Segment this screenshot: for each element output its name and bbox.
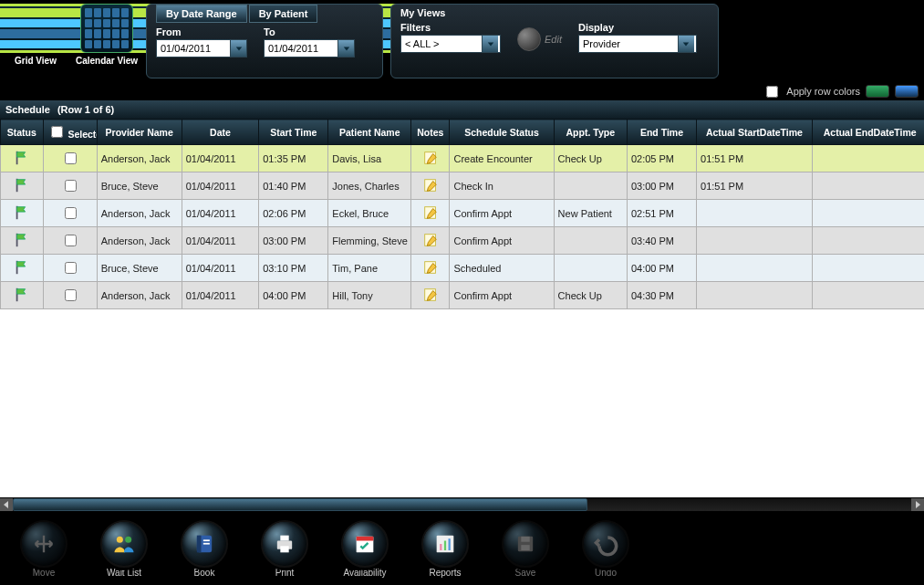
note-icon[interactable] — [422, 287, 439, 303]
book-button[interactable]: Book — [175, 520, 234, 578]
calendar-view-label: Calendar View — [76, 56, 138, 66]
cell-appt: Check Up — [554, 282, 627, 309]
filters-select[interactable] — [400, 35, 501, 53]
cell-date: 01/04/2011 — [182, 255, 259, 282]
row-checkbox[interactable] — [65, 180, 77, 192]
color-segment-2[interactable] — [895, 85, 919, 98]
svg-point-7 — [125, 536, 131, 542]
reports-button[interactable]: Reports — [416, 520, 474, 578]
cell-aed — [812, 282, 924, 309]
waitlist-button[interactable]: Wait List — [95, 520, 153, 578]
col-sched[interactable]: Schedule Status — [450, 120, 554, 145]
svg-rect-16 — [357, 536, 374, 540]
filters-value[interactable] — [401, 37, 482, 51]
row-checkbox[interactable] — [65, 235, 77, 246]
schedule-table: Status Selected Provider Name Date Start… — [0, 119, 924, 309]
cell-appt: New Patient — [554, 200, 627, 227]
from-date-value[interactable] — [157, 41, 230, 56]
color-segment-1[interactable] — [866, 85, 889, 98]
edit-button[interactable]: Edit — [517, 27, 562, 51]
cell-aed — [812, 200, 924, 227]
display-select[interactable] — [578, 35, 697, 53]
cell-sched: Check In — [450, 172, 554, 200]
print-button[interactable]: Print — [255, 520, 314, 578]
svg-rect-22 — [521, 536, 529, 541]
select-all-checkbox[interactable] — [51, 126, 63, 138]
filters-dropdown-icon[interactable] — [482, 36, 498, 52]
from-date-input[interactable] — [156, 39, 247, 57]
cell-start: 03:00 PM — [259, 227, 328, 255]
cell-sched: Create Encounter — [450, 145, 554, 172]
col-date[interactable]: Date — [182, 120, 259, 145]
to-date-input[interactable] — [264, 39, 355, 57]
to-date-value[interactable] — [265, 41, 337, 56]
cell-end: 04:30 PM — [627, 282, 696, 309]
col-patient[interactable]: Patient Name — [328, 120, 411, 145]
cell-appt — [554, 255, 627, 282]
row-checkbox[interactable] — [65, 152, 77, 164]
svg-rect-11 — [203, 542, 210, 544]
calendar-view-button[interactable]: Calendar View — [75, 4, 139, 66]
schedule-rowinfo: (Row 1 of 6) — [57, 104, 114, 115]
note-icon[interactable] — [422, 259, 439, 276]
row-checkbox[interactable] — [65, 289, 77, 301]
save-button[interactable]: Save — [496, 520, 555, 578]
flag-icon[interactable] — [14, 287, 30, 303]
table-row[interactable]: Anderson, Jack01/04/201104:00 PMHill, To… — [1, 282, 925, 309]
cell-asd — [697, 227, 813, 255]
chart-icon — [432, 531, 458, 557]
col-start[interactable]: Start Time — [259, 120, 328, 145]
col-end[interactable]: End Time — [627, 120, 696, 145]
table-row[interactable]: Bruce, Steve01/04/201103:10 PMTim, PaneS… — [1, 255, 925, 282]
note-icon[interactable] — [422, 232, 439, 248]
cell-patient: Tim, Pane — [328, 255, 411, 282]
col-provider[interactable]: Provider Name — [97, 120, 182, 145]
cell-date: 01/04/2011 — [182, 200, 259, 227]
grid-view-button[interactable]: Grid View — [4, 4, 67, 66]
flag-icon[interactable] — [14, 204, 30, 221]
note-icon[interactable] — [422, 177, 439, 193]
table-row[interactable]: Anderson, Jack01/04/201103:00 PMFlemming… — [1, 227, 925, 255]
table-row[interactable]: Anderson, Jack01/04/201101:35 PMDavis, L… — [1, 145, 925, 172]
cell-aed — [812, 227, 924, 255]
schedule-title: Schedule — [5, 104, 50, 115]
tab-by-patient[interactable]: By Patient — [249, 5, 318, 23]
flag-icon[interactable] — [14, 177, 30, 193]
availability-button[interactable]: Availability — [336, 520, 394, 578]
move-button[interactable]: Move — [15, 520, 73, 578]
display-dropdown-icon[interactable] — [678, 36, 694, 52]
move-label: Move — [33, 568, 55, 578]
cell-end: 02:51 PM — [627, 200, 696, 227]
cell-patient: Hill, Tony — [328, 282, 411, 309]
to-dropdown-icon[interactable] — [337, 40, 354, 57]
display-value[interactable] — [579, 37, 678, 51]
svg-rect-23 — [521, 545, 529, 550]
scroll-thumb[interactable] — [13, 498, 587, 511]
apply-row-colors-checkbox[interactable] — [766, 86, 778, 98]
scroll-right-arrow[interactable] — [911, 498, 924, 511]
col-status[interactable]: Status — [1, 120, 44, 145]
undo-button[interactable]: Undo — [576, 520, 635, 578]
col-selected[interactable]: Selected — [43, 120, 97, 145]
cell-aed — [812, 145, 924, 172]
col-appt[interactable]: Appt. Type — [554, 120, 627, 145]
row-checkbox[interactable] — [65, 207, 77, 219]
row-checkbox[interactable] — [65, 262, 77, 274]
table-row[interactable]: Anderson, Jack01/04/201102:06 PMEckel, B… — [1, 200, 925, 227]
cell-aed — [812, 172, 924, 200]
tab-by-date-range[interactable]: By Date Range — [156, 5, 247, 23]
horizontal-scrollbar[interactable] — [0, 497, 924, 512]
cell-patient: Jones, Charles — [328, 172, 411, 200]
svg-rect-10 — [203, 539, 210, 541]
flag-icon[interactable] — [14, 232, 30, 248]
from-dropdown-icon[interactable] — [230, 40, 246, 57]
col-asd[interactable]: Actual StartDateTime — [697, 120, 813, 145]
scroll-left-arrow[interactable] — [0, 498, 13, 511]
col-aed[interactable]: Actual EndDateTime — [812, 120, 924, 145]
col-notes[interactable]: Notes — [411, 120, 450, 145]
flag-icon[interactable] — [14, 150, 30, 166]
flag-icon[interactable] — [14, 259, 30, 276]
table-row[interactable]: Bruce, Steve01/04/201101:40 PMJones, Cha… — [1, 172, 925, 200]
note-icon[interactable] — [422, 150, 439, 166]
note-icon[interactable] — [422, 204, 439, 221]
